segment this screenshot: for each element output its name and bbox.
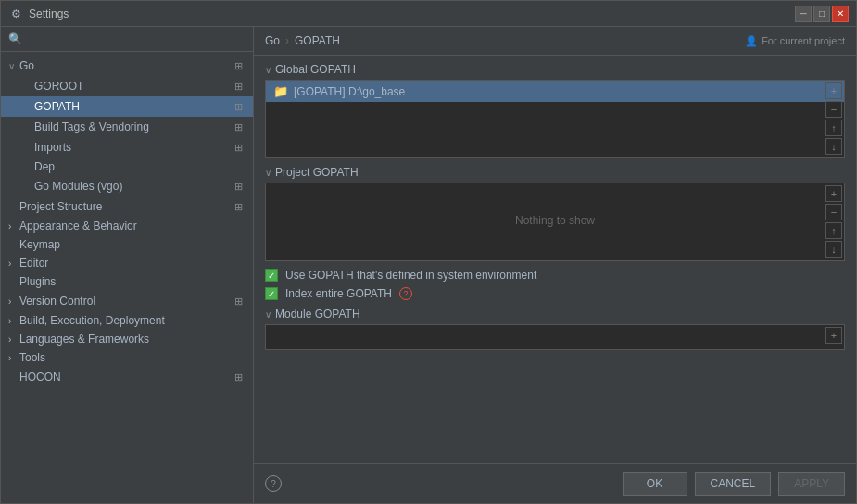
- global-gopath-controls: + − ↑ ↓: [825, 82, 842, 155]
- project-gopath-add-button[interactable]: +: [825, 185, 842, 202]
- global-gopath-add-button[interactable]: +: [825, 82, 842, 99]
- for-project-text: For current project: [762, 35, 845, 46]
- apply-button[interactable]: APPLY: [778, 472, 845, 496]
- folder-icon: 📁: [273, 84, 288, 98]
- use-gopath-checkbox[interactable]: [265, 269, 278, 282]
- index-gopath-row: Index entire GOPATH ?: [265, 287, 845, 300]
- sidebar-item-label-hocon: HOCON: [19, 371, 231, 384]
- sidebar-item-imports[interactable]: Imports ⊞: [1, 137, 253, 158]
- window-icon: ⚙: [8, 6, 23, 21]
- build-tags-settings-icon: ⊞: [231, 120, 246, 134]
- sidebar-item-build-execution[interactable]: › Build, Execution, Deployment: [1, 311, 253, 330]
- sidebar-item-editor[interactable]: › Editor: [1, 254, 253, 272]
- project-gopath-down-button[interactable]: ↓: [825, 241, 842, 258]
- panel-header: Go › GOPATH 👤 For current project: [254, 27, 856, 56]
- project-gopath-remove-button[interactable]: −: [825, 204, 842, 220]
- sidebar-item-label-go-modules: Go Modules (vgo): [34, 180, 231, 193]
- index-gopath-checkbox[interactable]: [265, 287, 278, 300]
- hocon-settings-icon: ⊞: [231, 370, 246, 384]
- cancel-button[interactable]: CANCEL: [695, 472, 772, 496]
- sidebar: 🔍 ∨ Go ⊞ GOROOT ⊞ GOP: [1, 27, 254, 503]
- maximize-button[interactable]: □: [813, 6, 830, 22]
- sidebar-item-label-keymap: Keymap: [19, 238, 246, 251]
- go-settings-icon: ⊞: [231, 58, 246, 73]
- sidebar-item-label-build-execution: Build, Execution, Deployment: [19, 314, 246, 327]
- sidebar-item-label-plugins: Plugins: [19, 275, 246, 288]
- ok-button[interactable]: OK: [623, 472, 687, 496]
- version-control-arrow: ›: [8, 296, 19, 307]
- right-panel: Go › GOPATH 👤 For current project ∨ Glob…: [254, 27, 856, 503]
- sidebar-item-tools[interactable]: › Tools: [1, 348, 253, 367]
- help-button[interactable]: ?: [265, 475, 282, 492]
- use-gopath-row: Use GOPATH that's defined in system envi…: [265, 269, 845, 282]
- project-gopath-box: Nothing to show + − ↑ ↓: [265, 183, 845, 261]
- sidebar-item-label-editor: Editor: [19, 257, 246, 270]
- sidebar-item-label-languages: Languages & Frameworks: [19, 333, 246, 346]
- sidebar-item-goroot[interactable]: GOROOT ⊞: [1, 76, 253, 96]
- sidebar-search-bar[interactable]: 🔍: [1, 27, 253, 52]
- settings-window: ⚙ Settings ─ □ ✕ 🔍 ∨ Go ⊞: [0, 0, 857, 504]
- sidebar-item-label-project-structure: Project Structure: [19, 200, 231, 213]
- module-gopath-label: Module GOPATH: [275, 308, 360, 321]
- sidebar-item-go[interactable]: ∨ Go ⊞: [1, 56, 253, 76]
- global-gopath-down-button[interactable]: ↓: [825, 138, 842, 155]
- index-gopath-help-icon[interactable]: ?: [399, 287, 412, 300]
- project-gopath-arrow: ∨: [265, 168, 271, 178]
- sidebar-item-label-gopath: GOPATH: [34, 100, 231, 113]
- sidebar-item-build-tags[interactable]: Build Tags & Vendoring ⊞: [1, 117, 253, 137]
- sidebar-item-label-tools: Tools: [19, 351, 246, 364]
- project-gopath-header: ∨ Project GOPATH: [265, 166, 845, 179]
- editor-arrow: ›: [8, 258, 19, 269]
- goroot-settings-icon: ⊞: [231, 79, 246, 94]
- sidebar-tree: ∨ Go ⊞ GOROOT ⊞ GOPATH ⊞: [1, 52, 253, 503]
- search-input[interactable]: [26, 32, 246, 45]
- breadcrumb-separator: ›: [285, 34, 289, 47]
- appearance-arrow: ›: [8, 221, 19, 232]
- sidebar-item-label-appearance: Appearance & Behavior: [19, 220, 246, 233]
- global-gopath-label: Global GOPATH: [275, 63, 356, 76]
- module-gopath-add-button[interactable]: +: [825, 327, 842, 344]
- for-project-label: 👤 For current project: [745, 35, 845, 47]
- global-gopath-remove-button[interactable]: −: [825, 101, 842, 118]
- sidebar-item-languages-frameworks[interactable]: › Languages & Frameworks: [1, 330, 253, 348]
- global-gopath-up-button[interactable]: ↑: [825, 120, 842, 136]
- gopath-settings-icon: ⊞: [231, 99, 246, 114]
- tools-arrow: ›: [8, 353, 19, 363]
- version-control-settings-icon: ⊞: [231, 294, 246, 309]
- title-bar: ⚙ Settings ─ □ ✕: [1, 1, 856, 27]
- main-content: 🔍 ∨ Go ⊞ GOROOT ⊞ GOP: [1, 27, 856, 503]
- global-gopath-box: 📁 [GOPATH] D:\go_base + − ↑ ↓: [265, 80, 845, 158]
- sidebar-item-plugins[interactable]: Plugins: [1, 272, 253, 291]
- imports-settings-icon: ⊞: [231, 140, 246, 155]
- sidebar-item-gopath[interactable]: GOPATH ⊞: [1, 96, 253, 117]
- sidebar-item-dep[interactable]: Dep: [1, 158, 253, 176]
- sidebar-item-label-goroot: GOROOT: [34, 80, 231, 93]
- gopath-entry[interactable]: 📁 [GOPATH] D:\go_base: [266, 81, 844, 102]
- sidebar-item-label-dep: Dep: [34, 160, 246, 173]
- module-gopath-controls: +: [825, 327, 842, 344]
- project-gopath-up-button[interactable]: ↑: [825, 222, 842, 239]
- sidebar-item-label-go: Go: [19, 59, 231, 72]
- sidebar-item-hocon[interactable]: HOCON ⊞: [1, 367, 253, 387]
- minimize-button[interactable]: ─: [795, 6, 812, 22]
- sidebar-item-project-structure[interactable]: Project Structure ⊞: [1, 196, 253, 217]
- global-gopath-arrow: ∨: [265, 65, 271, 75]
- build-execution-arrow: ›: [8, 316, 19, 326]
- sidebar-item-version-control[interactable]: › Version Control ⊞: [1, 291, 253, 311]
- use-gopath-label: Use GOPATH that's defined in system envi…: [285, 269, 536, 282]
- sidebar-item-keymap[interactable]: Keymap: [1, 235, 253, 254]
- close-button[interactable]: ✕: [832, 6, 849, 22]
- breadcrumb-go: Go: [265, 34, 280, 47]
- sidebar-item-go-modules[interactable]: Go Modules (vgo) ⊞: [1, 176, 253, 196]
- project-structure-settings-icon: ⊞: [231, 199, 246, 214]
- sidebar-item-label-version-control: Version Control: [19, 295, 231, 308]
- bottom-bar: ? OK CANCEL APPLY: [254, 463, 856, 503]
- nothing-to-show: Nothing to show: [266, 183, 844, 258]
- global-gopath-header: ∨ Global GOPATH: [265, 63, 845, 76]
- window-title: Settings: [29, 7, 795, 20]
- module-gopath-arrow: ∨: [265, 309, 271, 320]
- panel-body: ∨ Global GOPATH 📁 [GOPATH] D:\go_base + …: [254, 56, 856, 463]
- sidebar-item-appearance[interactable]: › Appearance & Behavior: [1, 217, 253, 235]
- sidebar-item-label-build-tags: Build Tags & Vendoring: [34, 120, 231, 133]
- project-gopath-label: Project GOPATH: [275, 166, 359, 179]
